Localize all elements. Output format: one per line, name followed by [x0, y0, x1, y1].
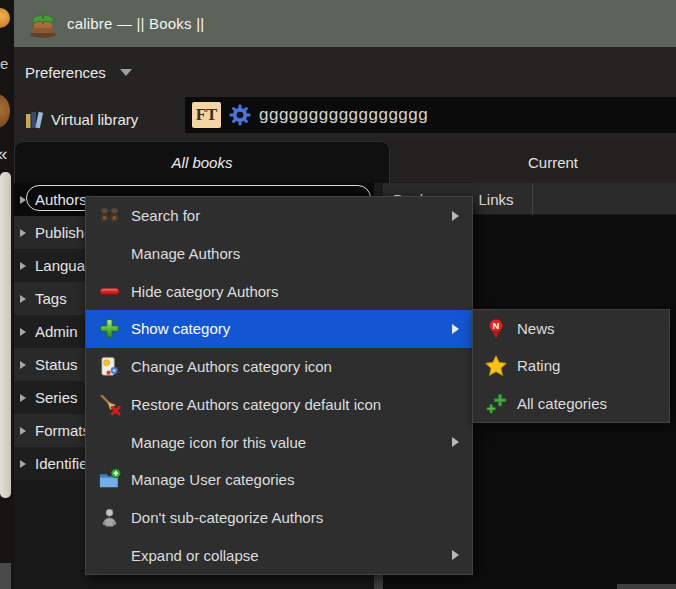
menu-item-dont-subcategorize[interactable]: Don't sub-categorize Authors [86, 499, 472, 537]
folder-plus-icon [96, 468, 122, 492]
vertical-scrollbar[interactable] [0, 172, 11, 498]
icon-placeholder [96, 543, 122, 567]
menu-item-label: Manage icon for this value [131, 434, 306, 451]
preferences-label: Preferences [25, 64, 106, 81]
hide-minus-icon [96, 279, 122, 303]
submenu-arrow-icon [452, 437, 459, 447]
subcategorize-icon [96, 505, 122, 529]
menu-item-show-category[interactable]: Show category [86, 310, 472, 348]
left-edge-rail: e « [0, 0, 14, 589]
menu-item-label: Restore Authors category default icon [131, 396, 381, 413]
menu-item-label: Manage Authors [131, 245, 240, 262]
submenu-arrow-icon [452, 211, 459, 221]
chevron-down-icon [120, 69, 132, 76]
menu-item-manage-user-categories[interactable]: Manage User categories [86, 461, 472, 499]
tab-current[interactable]: Current [430, 141, 676, 183]
search-settings-button[interactable] [228, 103, 252, 127]
calibre-window: e « calibre — || Books || Preferences Vi… [0, 0, 676, 589]
background-app-icon-2 [0, 94, 10, 128]
full-text-search-badge[interactable]: FT [192, 102, 221, 128]
show-category-submenu: N News Rating All categories [472, 309, 670, 423]
calibre-logo-icon [28, 9, 58, 39]
expand-arrow-icon[interactable] [20, 460, 26, 468]
menu-item-label: Show category [131, 320, 230, 337]
sidebar-item-label: Tags [35, 290, 67, 307]
expand-arrow-icon[interactable] [20, 295, 26, 303]
virtual-library-label: Virtual library [51, 111, 138, 128]
window-title: calibre — || Books || [67, 15, 204, 32]
sidebar-item-label: Status [35, 356, 78, 373]
virtual-library-icon [25, 107, 45, 131]
submenu-arrow-icon [452, 324, 459, 334]
context-menu: Search for Manage Authors Hide category … [85, 196, 473, 575]
collapse-chevrons-icon: « [0, 143, 8, 165]
menu-item-label: Search for [131, 207, 200, 224]
expand-arrow-icon[interactable] [20, 262, 26, 270]
expand-arrow-icon[interactable] [20, 427, 26, 435]
splitter-grip[interactable] [374, 575, 383, 589]
expand-arrow-icon[interactable] [20, 361, 26, 369]
menu-item-change-category-icon[interactable]: Change Authors category icon [86, 348, 472, 386]
menu-item-restore-default-icon[interactable]: Restore Authors category default icon [86, 386, 472, 424]
menu-item-manage-icon-for-value[interactable]: Manage icon for this value [86, 423, 472, 461]
binoculars-icon [96, 204, 122, 228]
sidebar-item-label: Series [35, 389, 78, 406]
menu-item-search-for[interactable]: Search for [86, 197, 472, 235]
submenu-item-news[interactable]: N News [473, 310, 669, 347]
virtual-library-button[interactable]: Virtual library [25, 103, 138, 135]
icon-placeholder [96, 242, 122, 266]
expand-arrow-icon[interactable] [20, 394, 26, 402]
submenu-item-label: News [517, 320, 555, 337]
expand-arrow-icon[interactable] [20, 196, 26, 204]
scrollbar-track-end [0, 563, 11, 589]
clipped-text-glimpse: e [0, 55, 8, 72]
submenu-item-label: All categories [517, 395, 607, 412]
toolbar: Preferences Virtual library FT [14, 47, 676, 140]
horizontal-scrollbar[interactable] [617, 584, 676, 589]
titlebar: calibre — || Books || [14, 0, 676, 47]
sidebar-item-label: Formats [35, 422, 90, 439]
sidebar-item-label: Authors [35, 191, 87, 208]
search-bar[interactable]: FT ggggggggggggggggg [185, 97, 676, 133]
search-input[interactable]: ggggggggggggggggg [259, 97, 428, 133]
gear-icon [228, 103, 252, 127]
icon-placeholder [96, 430, 122, 454]
background-app-icon [0, 8, 10, 28]
news-icon: N [482, 316, 509, 341]
submenu-item-all-categories[interactable]: All categories [473, 385, 669, 422]
rating-star-icon [482, 353, 509, 378]
menu-item-expand-or-collapse[interactable]: Expand or collapse [86, 536, 472, 574]
menu-item-label: Hide category Authors [131, 283, 279, 300]
restore-broom-icon [96, 392, 122, 416]
expand-arrow-icon[interactable] [20, 328, 26, 336]
all-categories-icon [482, 391, 509, 416]
expand-arrow-icon[interactable] [20, 229, 26, 237]
menu-item-label: Manage User categories [131, 471, 294, 488]
submenu-arrow-icon [452, 550, 459, 560]
sidebar-item-label: Admin [35, 323, 78, 340]
svg-text:N: N [492, 320, 499, 331]
menu-item-manage-authors[interactable]: Manage Authors [86, 235, 472, 273]
change-icon-icon [96, 355, 122, 379]
show-plus-icon [96, 317, 122, 341]
submenu-item-label: Rating [517, 357, 560, 374]
preferences-button[interactable]: Preferences [25, 57, 132, 87]
library-tabbar: All books Current [14, 140, 676, 183]
menu-item-label: Expand or collapse [131, 547, 259, 564]
menu-item-hide-category[interactable]: Hide category Authors [86, 272, 472, 310]
submenu-item-rating[interactable]: Rating [473, 347, 669, 384]
menu-item-label: Don't sub-categorize Authors [131, 509, 323, 526]
menu-item-label: Change Authors category icon [131, 358, 332, 375]
tab-all-books[interactable]: All books [14, 141, 390, 183]
